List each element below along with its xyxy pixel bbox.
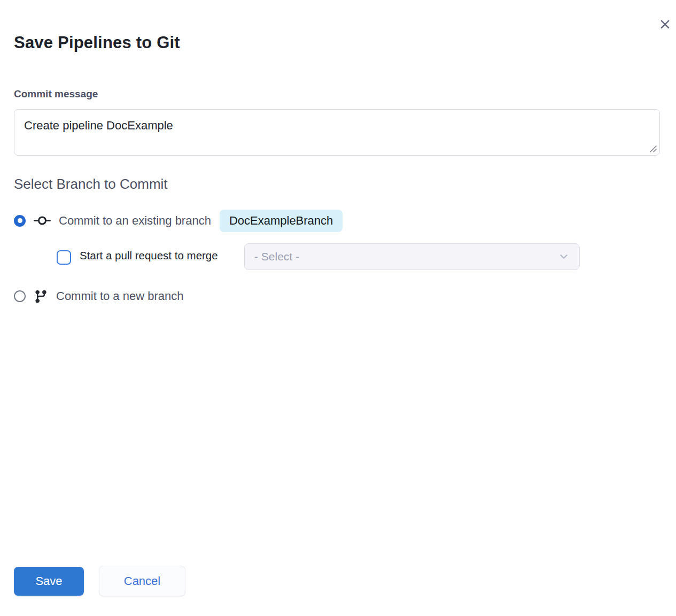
select-branch-heading: Select Branch to Commit [14, 176, 168, 192]
commit-message-label: Commit message [14, 88, 98, 100]
existing-branch-label[interactable]: Commit to an existing branch [59, 214, 211, 228]
git-branch-icon [34, 289, 48, 304]
merge-target-select-value: - Select - [254, 250, 558, 263]
radio-existing-branch[interactable] [14, 215, 26, 227]
git-commit-icon [34, 212, 51, 229]
pull-request-checkbox[interactable] [57, 250, 71, 265]
merge-target-select[interactable]: - Select - [244, 243, 580, 270]
close-icon [659, 18, 671, 33]
cancel-button[interactable]: Cancel [99, 566, 185, 596]
radio-new-branch[interactable] [14, 290, 26, 302]
pull-request-label[interactable]: Start a pull request to merge [80, 249, 218, 262]
close-button[interactable] [657, 18, 672, 33]
radio-dot [18, 218, 22, 223]
new-branch-label[interactable]: Commit to a new branch [56, 289, 183, 303]
option-existing-branch: Commit to an existing branch DocExampleB… [14, 209, 343, 232]
dialog-title: Save Pipelines to Git [14, 33, 180, 52]
option-new-branch: Commit to a new branch [14, 288, 183, 305]
save-button[interactable]: Save [14, 567, 84, 596]
pull-request-row: Start a pull request to merge - Select - [0, 243, 676, 270]
branch-name-badge: DocExampleBranch [220, 210, 343, 232]
chevron-down-icon [558, 251, 570, 263]
commit-message-input[interactable]: Create pipeline DocExample [14, 109, 660, 156]
resize-handle-icon[interactable] [649, 144, 657, 153]
